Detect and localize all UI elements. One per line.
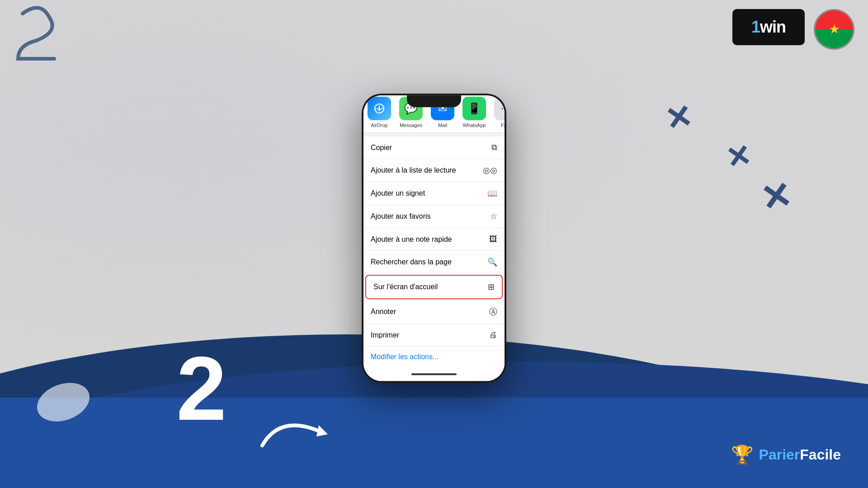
share-app-airdrop[interactable]: AirDrop xyxy=(363,97,395,128)
burkina-faso-flag: ★ xyxy=(814,9,854,50)
menu-item-rechercher[interactable]: Rechercher dans la page 🔍 xyxy=(363,251,505,274)
trophy-icon: 🏆 xyxy=(731,444,754,465)
menu-item-favoris[interactable]: Ajouter aux favoris ☆ xyxy=(363,205,505,228)
onewin-logo: 1win xyxy=(732,9,805,45)
airdrop-icon xyxy=(368,97,391,120)
menu-item-ecran-accueil[interactable]: Sur l'écran d'accueil ⊞ xyxy=(365,275,503,299)
svg-marker-0 xyxy=(316,425,328,436)
menu-item-signet[interactable]: Ajouter un signet 📖 xyxy=(363,182,505,205)
home-bar xyxy=(411,373,457,375)
phone-mockup: 15:20 ▐▐▐ ▲ ▐ 1W 1win xyxy=(362,94,506,383)
share-app-more[interactable]: ⋯ Fa... xyxy=(490,97,505,128)
bg-wave3 xyxy=(0,398,868,488)
share-menu: Copier ⧉ Ajouter à la liste de lecture ◎… xyxy=(363,136,505,367)
menu-item-note-rapide[interactable]: Ajouter à une note rapide 🖼 xyxy=(363,228,505,251)
phone-notch xyxy=(407,95,461,107)
svg-point-2 xyxy=(375,108,377,109)
menu-item-modifier-actions[interactable]: Modifier les actions... xyxy=(363,347,505,367)
share-panel: 1W 1win 1wfssm.top Options › ✕ xyxy=(363,95,505,381)
whatsapp-icon: 📱 xyxy=(462,97,486,120)
airdrop-label: AirDrop xyxy=(371,122,387,128)
arrow-decoration xyxy=(253,405,335,461)
parierfacile-logo: 🏆 ParierFacile xyxy=(731,444,841,465)
whatsapp-label: WhatsApp xyxy=(463,122,486,128)
mail-label: Mail xyxy=(438,122,447,128)
phone-screen: 15:20 ▐▐▐ ▲ ▐ 1W 1win xyxy=(363,95,505,381)
step-number: 2 xyxy=(176,343,226,434)
share-sheet-overlay: 1W 1win 1wfssm.top Options › ✕ xyxy=(363,95,505,381)
share-app-whatsapp[interactable]: 📱 WhatsApp xyxy=(458,97,490,128)
more-label: Fa... xyxy=(501,122,505,128)
home-indicator xyxy=(363,367,505,381)
top-left-decoration xyxy=(14,5,68,72)
messages-label: Messages xyxy=(400,122,422,128)
menu-item-imprimer[interactable]: Imprimer 🖨 xyxy=(363,324,505,347)
menu-item-annoter[interactable]: Annoter Ⓐ xyxy=(363,300,505,324)
svg-point-3 xyxy=(382,108,384,109)
more-icon: ⋯ xyxy=(494,97,505,120)
phone-body: 15:20 ▐▐▐ ▲ ▐ 1W 1win xyxy=(362,94,506,383)
menu-item-copier[interactable]: Copier ⧉ xyxy=(363,136,505,159)
menu-item-liste-lecture[interactable]: Ajouter à la liste de lecture ◎◎ xyxy=(363,159,505,182)
